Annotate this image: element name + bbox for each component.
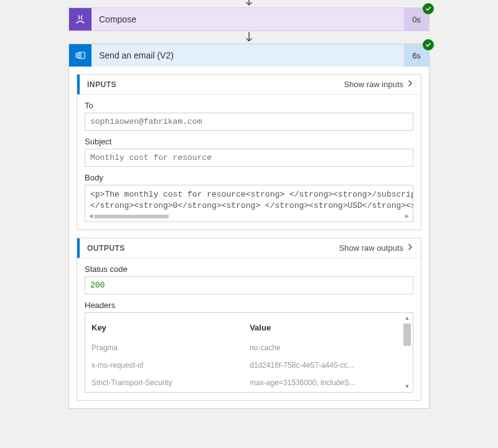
- header-value: no-cache: [243, 340, 413, 357]
- outputs-panel-title: OUTPUTS: [87, 244, 125, 253]
- to-label: To: [85, 101, 413, 110]
- table-row: x-ms-request-id d1d2416f-758c-4e57-a445-…: [85, 357, 413, 375]
- header-key-column: Key: [85, 313, 243, 340]
- show-raw-outputs-label: Show raw outputs: [339, 243, 403, 253]
- header-key: Pragma: [85, 340, 243, 357]
- header-value: max-age=31536000; includeS...: [243, 375, 413, 392]
- headers-vertical-scrollbar[interactable]: ▲▼: [403, 314, 411, 391]
- send-email-action-card[interactable]: Send an email (V2) 6s INPUTS Show raw in…: [68, 44, 430, 409]
- compose-title: Compose: [92, 8, 404, 30]
- header-value: d1d2416f-758c-4e57-a445-cc...: [243, 357, 413, 375]
- inputs-panel-title: INPUTS: [87, 80, 116, 89]
- compose-action-card[interactable]: Compose 0s: [68, 7, 430, 31]
- status-code-value[interactable]: 200: [85, 276, 413, 294]
- arrow-down-icon: [244, 0, 254, 7]
- table-row: Pragma no-cache: [85, 340, 413, 357]
- subject-label: Subject: [85, 137, 413, 146]
- body-label: Body: [85, 173, 413, 182]
- header-value-column: Value: [243, 313, 413, 340]
- header-key: x-ms-request-id: [85, 357, 243, 375]
- headers-label: Headers: [85, 301, 413, 310]
- body-line2: </strong><strong>0</strong><strong> </st…: [90, 200, 408, 212]
- send-email-title: Send an email (V2): [92, 44, 404, 67]
- show-raw-outputs-link[interactable]: Show raw outputs: [339, 243, 413, 253]
- chevron-right-icon: [407, 243, 413, 253]
- table-row: Strict-Transport-Security max-age=315360…: [85, 375, 413, 392]
- inputs-panel: INPUTS Show raw inputs To sophiaowen@fab…: [77, 74, 421, 230]
- body-horizontal-scrollbar[interactable]: ◀▶: [89, 213, 409, 220]
- compose-icon: [69, 8, 92, 30]
- arrow-down-icon: [244, 31, 254, 44]
- table-header-row: Key Value: [85, 313, 413, 340]
- header-key: Strict-Transport-Security: [85, 375, 243, 392]
- outlook-icon: [69, 44, 92, 67]
- show-raw-inputs-label: Show raw inputs: [344, 80, 403, 89]
- subject-value[interactable]: Monthly cost for resource: [85, 149, 413, 167]
- body-line1: <p>The monthly cost for resource<strong>…: [90, 189, 408, 200]
- headers-table: ▲▼ Key Value: [85, 312, 413, 393]
- show-raw-inputs-link[interactable]: Show raw inputs: [344, 80, 413, 89]
- to-value[interactable]: sophiaowen@fabrikam.com: [85, 113, 413, 131]
- status-code-label: Status code: [85, 264, 413, 274]
- success-badge: [423, 3, 434, 14]
- chevron-right-icon: [407, 80, 413, 89]
- body-value[interactable]: <p>The monthly cost for resource<strong>…: [85, 185, 413, 222]
- success-badge: [423, 39, 434, 50]
- outputs-panel: OUTPUTS Show raw outputs Status code 200: [77, 238, 421, 401]
- svg-rect-1: [76, 54, 81, 58]
